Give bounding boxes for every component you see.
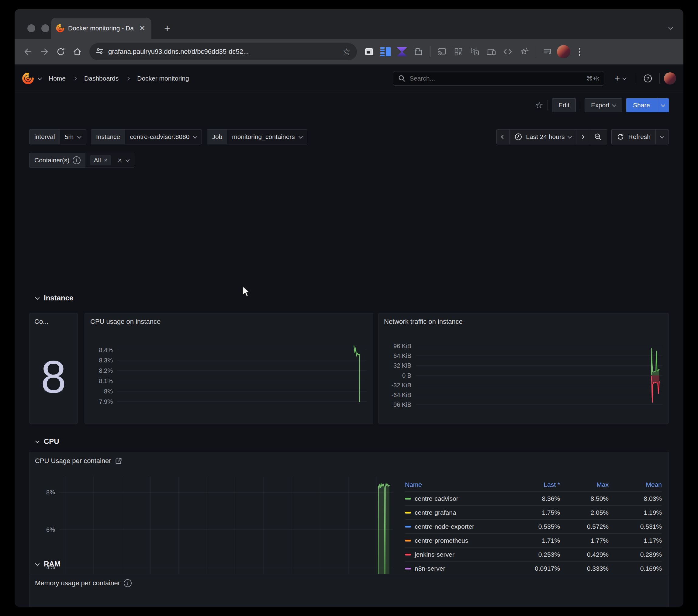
time-shift-back-button[interactable] (497, 129, 509, 144)
series-name[interactable]: centre-prometheus (415, 537, 468, 544)
section-ram[interactable]: RAM (36, 560, 60, 568)
tab-title: Docker monitoring - Dashboa (68, 25, 134, 32)
search-icon (398, 74, 406, 82)
containers-variable[interactable]: Container(s)i All× × (29, 153, 134, 168)
series-name[interactable]: centre-cadvisor (415, 495, 458, 502)
section-instance[interactable]: Instance (36, 294, 73, 302)
logo-chevron-icon[interactable] (38, 76, 42, 80)
interval-value[interactable]: 5m (65, 133, 73, 140)
chip-remove-icon[interactable]: × (104, 157, 107, 164)
breadcrumb-dashboards[interactable]: Dashboards (84, 75, 118, 82)
series-mean: 0.289% (609, 551, 662, 558)
clear-selection-icon[interactable]: × (118, 156, 122, 165)
job-value[interactable]: monitoring_containers (232, 133, 295, 140)
legend-row[interactable]: jenkins-server 0.253% 0.429% 0.289% (405, 548, 662, 562)
legend-col-name[interactable]: Name (405, 481, 513, 488)
instance-variable[interactable]: Instance centre-cadvisor:8080 (91, 129, 202, 144)
favorite-star-icon[interactable]: ☆ (535, 101, 543, 110)
series-max: 2.05% (560, 509, 609, 516)
help-icon[interactable]: ? (641, 71, 655, 86)
devices-icon[interactable] (484, 44, 499, 59)
url-text[interactable]: grafana.paulryu93.ddns.net/d/bc96dd35-dc… (108, 48, 338, 56)
series-mean: 0.169% (609, 565, 662, 572)
tab-strip: Docker monitoring - Dashboa ✕ + (15, 9, 683, 39)
close-window-button[interactable] (27, 24, 35, 32)
svg-text:8.4%: 8.4% (99, 347, 113, 353)
grafana-user-avatar[interactable] (664, 72, 676, 85)
series-name[interactable]: centre-grafana (415, 509, 456, 516)
browser-menu-kebab-icon[interactable] (572, 44, 587, 59)
tab-strip-chevron-icon[interactable] (664, 22, 677, 34)
code-icon[interactable] (500, 44, 515, 59)
job-variable[interactable]: Job monitoring_containers (207, 129, 307, 144)
export-button[interactable]: Export (585, 98, 622, 112)
series-name[interactable]: jenkins-server (415, 551, 455, 558)
picture-in-picture-icon[interactable] (362, 44, 376, 59)
cpu-instance-panel[interactable]: CPU usage on instance 8.4%8.3%8.2%8.1%8%… (84, 313, 373, 423)
zoom-out-time-button[interactable] (589, 129, 607, 144)
playlist-music-icon[interactable] (541, 44, 555, 59)
edit-button[interactable]: Edit (552, 98, 576, 112)
search-box[interactable]: ⌘+k (393, 71, 604, 86)
reload-icon[interactable] (54, 44, 68, 59)
svg-text:-96 KiB: -96 KiB (391, 401, 411, 408)
legend-col-max[interactable]: Max (560, 481, 609, 488)
containers-chip[interactable]: All× (90, 155, 111, 165)
search-input[interactable] (409, 75, 583, 82)
forward-icon[interactable] (37, 44, 52, 59)
sparkle-star-icon[interactable] (517, 44, 531, 59)
grafana-logo[interactable] (22, 72, 34, 85)
legend-col-last[interactable]: Last * (513, 481, 560, 488)
share-caret-button[interactable] (657, 98, 669, 112)
svg-text:96 KiB: 96 KiB (393, 343, 411, 349)
extensions-puzzle-icon[interactable] (411, 44, 425, 59)
time-shift-forward-button[interactable] (576, 129, 589, 144)
address-bar[interactable]: grafana.paulryu93.ddns.net/d/bc96dd35-dc… (89, 43, 357, 60)
bookmark-star-icon[interactable]: ☆ (343, 47, 351, 56)
network-panel[interactable]: Network traffic on instance 96 KiB64 KiB… (378, 313, 669, 423)
browser-profile-avatar[interactable] (557, 45, 570, 58)
series-max: 0.572% (560, 523, 609, 530)
back-icon[interactable] (21, 44, 35, 59)
series-name[interactable]: centre-node-exporter (415, 523, 474, 530)
network-panel-title: Network traffic on instance (378, 313, 669, 330)
instance-value[interactable]: centre-cadvisor:8080 (130, 133, 190, 140)
stat-panel-containers[interactable]: Co... 8 (29, 313, 78, 423)
refresh-interval-caret[interactable] (656, 129, 669, 144)
legend-row[interactable]: centre-node-exporter 0.535% 0.572% 0.531… (405, 520, 662, 534)
time-range-picker[interactable]: Last 24 hours (509, 129, 576, 144)
site-settings-icon[interactable] (96, 47, 104, 57)
series-last: 0.535% (513, 523, 560, 530)
home-icon[interactable] (70, 44, 84, 59)
legend-row[interactable]: centre-cadvisor 8.36% 8.50% 8.03% (405, 492, 662, 506)
legend-row[interactable]: centre-grafana 1.75% 2.05% 1.19% (405, 506, 662, 520)
legend-row[interactable]: n8n-server 0.0917% 0.333% 0.169% (405, 562, 662, 576)
share-button[interactable]: Share (626, 98, 657, 112)
browser-tab[interactable]: Docker monitoring - Dashboa ✕ (51, 18, 151, 39)
network-chart[interactable]: 96 KiB64 KiB32 KiB0 B-32 KiB-64 KiB-96 K… (381, 337, 665, 415)
external-link-icon[interactable] (115, 457, 122, 465)
svg-text:8.1%: 8.1% (99, 378, 113, 384)
breadcrumb-home[interactable]: Home (48, 75, 66, 82)
series-mean: 8.03% (609, 495, 662, 502)
new-tab-button[interactable]: + (160, 21, 174, 35)
extension-sidebar-icon[interactable] (378, 44, 393, 59)
section-cpu[interactable]: CPU (36, 437, 59, 446)
qr-code-icon[interactable] (451, 44, 466, 59)
minimize-window-button[interactable] (41, 24, 49, 32)
extension-hourglass-icon[interactable] (395, 44, 409, 59)
tab-close-icon[interactable]: ✕ (138, 24, 146, 32)
cast-icon[interactable] (435, 44, 449, 59)
translate-icon[interactable]: GA (467, 44, 482, 59)
legend-col-mean[interactable]: Mean (609, 481, 662, 488)
cpu-instance-chart[interactable]: 8.4%8.3%8.2%8.1%8%7.9% (87, 340, 369, 411)
interval-variable[interactable]: interval 5m (29, 129, 86, 144)
refresh-button[interactable]: Refresh (612, 129, 656, 144)
variables-row: interval 5m Instance centre-cadvisor:808… (29, 129, 669, 144)
toolbar-separator (536, 46, 536, 57)
svg-text:7.9%: 7.9% (99, 398, 113, 405)
memory-panel[interactable]: Memory usage per container i (29, 574, 669, 607)
legend-row[interactable]: centre-prometheus 1.71% 1.77% 1.17% (405, 534, 662, 548)
series-name[interactable]: n8n-server (415, 565, 445, 572)
new-dashboard-button[interactable]: + (609, 71, 632, 86)
